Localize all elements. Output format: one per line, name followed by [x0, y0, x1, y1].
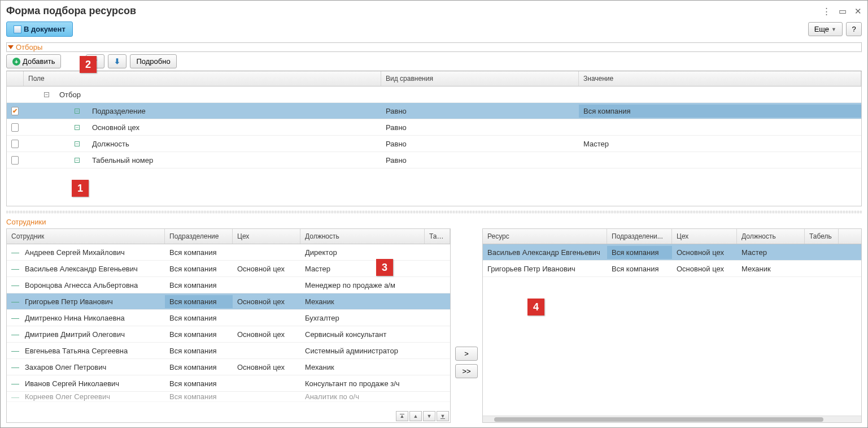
row-bullet-icon: — — [11, 346, 19, 355]
res-col-pos[interactable]: Должность — [737, 229, 805, 244]
employee-tab — [425, 299, 450, 304]
row-bullet-icon: — — [11, 330, 19, 339]
employee-row[interactable]: —Дмитренко Нина НиколаевнаВся компанияБу… — [7, 310, 450, 326]
row-bullet-icon: — — [11, 362, 19, 371]
detail-button[interactable]: Подробно — [130, 54, 176, 68]
emp-col-pos[interactable]: Должность — [300, 229, 425, 244]
close-icon[interactable]: ✕ — [854, 6, 862, 16]
resource-shop: Основной цех — [672, 262, 737, 275]
filter-checkbox[interactable] — [11, 123, 19, 132]
to-document-button[interactable]: В документ — [6, 21, 73, 37]
resources-grid-body: Васильев Александр ЕвгеньевичВся компани… — [483, 244, 861, 422]
employees-column: Сотрудник Подразделение Цех Должность Та… — [6, 228, 451, 423]
filter-toolbar: + Добавить ⬆ ⬇ Подробно — [6, 54, 862, 68]
res-col-name[interactable]: Ресурс — [483, 229, 607, 244]
employee-row[interactable]: —Иванов Сергей НиколаевичВся компанияКон… — [7, 375, 450, 392]
filter-val: Вся компания — [579, 105, 861, 118]
callout-2: 2 — [80, 56, 97, 73]
employee-position: Сервисный консультант — [300, 328, 425, 341]
transfer-buttons: > >> — [455, 228, 478, 423]
collapse-icon — [8, 45, 14, 49]
res-col-tab[interactable]: Табель — [805, 229, 839, 244]
resource-tab — [805, 250, 839, 254]
resource-position: Механик — [737, 262, 805, 275]
add-filter-button[interactable]: + Добавить — [6, 54, 61, 68]
menu-icon[interactable]: ⋮ — [822, 6, 831, 16]
nav-last[interactable]: ▼ — [437, 411, 449, 421]
filter-checkbox[interactable] — [11, 140, 19, 148]
filter-val — [579, 158, 861, 162]
employee-shop — [233, 283, 300, 287]
filter-checkbox[interactable] — [11, 107, 19, 115]
nav-down[interactable]: ▼ — [423, 411, 435, 421]
help-button[interactable]: ? — [846, 22, 862, 36]
filter-row[interactable]: −Табельный номерРавно — [7, 152, 861, 168]
filter-cmp: Равно — [381, 137, 579, 150]
resource-row[interactable]: Васильев Александр ЕвгеньевичВся компани… — [483, 244, 861, 261]
title-bar: Форма подбора ресурсов ⋮ ▭ ✕ — [6, 5, 862, 17]
employee-row[interactable]: —Григорьев Петр ИвановичВся компанияОсно… — [7, 293, 450, 310]
employee-name: Дмитренко Нина Николаевна — [25, 314, 125, 322]
nav-first[interactable]: ▲ — [396, 411, 408, 421]
employee-row[interactable]: —Воронцова Агнесса АльбертовнаВся компан… — [7, 277, 450, 293]
resource-dept: Вся компания — [607, 246, 672, 259]
employee-row[interactable]: —Дмитриев Дмитрий ОлеговичВся компанияОс… — [7, 326, 450, 343]
filter-row[interactable]: −ДолжностьРавноМастер — [7, 136, 861, 152]
resource-row[interactable]: Григорьев Петр ИвановичВся компанияОснов… — [483, 261, 861, 277]
filter-col-field[interactable]: Поле — [24, 71, 381, 86]
nav-up[interactable]: ▲ — [409, 411, 422, 421]
employee-name: Андреев Сергей Михайлович — [25, 248, 125, 257]
res-col-shop[interactable]: Цех — [672, 229, 737, 244]
employee-row[interactable]: —Евгеньева Татьяна СергеевнаВся компания… — [7, 343, 450, 359]
row-bullet-icon: — — [11, 280, 19, 289]
resources-grid: Ресурс Подразделени... Цех Должность Таб… — [482, 228, 862, 423]
res-col-dept[interactable]: Подразделени... — [607, 229, 672, 244]
callout-1: 1 — [72, 180, 89, 197]
employee-dept: Вся компания — [165, 361, 233, 374]
maximize-icon[interactable]: ▭ — [839, 6, 847, 16]
employee-shop: Основной цех — [233, 361, 300, 374]
emp-col-dept[interactable]: Подразделение — [165, 229, 233, 244]
employees-section-title: Сотрудники — [6, 218, 862, 226]
emp-col-tab[interactable]: Таб... — [425, 229, 450, 244]
filter-row[interactable]: −ПодразделениеРавноВся компания — [7, 103, 861, 119]
filters-section-header[interactable]: Отборы — [6, 42, 862, 52]
employee-row[interactable]: —Корнеев Олег СергеевичВся компанияАнали… — [7, 392, 450, 402]
filter-field-label: Основной цех — [92, 123, 139, 132]
filter-val: Мастер — [579, 137, 861, 150]
filter-checkbox[interactable] — [11, 156, 19, 165]
employee-dept: Вся компания — [165, 246, 233, 259]
filter-field-label: Табельный номер — [92, 156, 153, 165]
employee-row[interactable]: —Захаров Олег ПетровичВся компанияОсновн… — [7, 359, 450, 375]
move-down-button[interactable]: ⬇ — [108, 54, 127, 68]
transfer-all-button[interactable]: >> — [455, 364, 478, 378]
employee-dept: Вся компания — [165, 344, 233, 357]
filter-root-row[interactable]: −Отбор — [7, 87, 861, 103]
tree-item-icon: − — [75, 109, 80, 114]
employee-dept: Вся компания — [165, 295, 233, 308]
employee-shop — [233, 348, 300, 353]
employee-tab — [425, 395, 450, 399]
to-document-label: В документ — [24, 25, 66, 33]
horizontal-scrollbar[interactable] — [483, 416, 861, 422]
transfer-one-button[interactable]: > — [455, 347, 478, 361]
resource-tab — [805, 266, 839, 271]
employee-row[interactable]: —Андреев Сергей МихайловичВся компанияДи… — [7, 244, 450, 261]
filter-row[interactable]: −Основной цехРавно — [7, 119, 861, 136]
filter-grid: Поле Вид сравнения Значение −Отбор −Подр… — [6, 71, 862, 206]
resource-name: Васильев Александр Евгеньевич — [483, 246, 607, 259]
filter-col-val[interactable]: Значение — [579, 71, 861, 86]
tree-item-icon: − — [75, 158, 80, 163]
employee-position: Аналитик по о/ч — [300, 392, 425, 402]
filter-col-cmp[interactable]: Вид сравнения — [381, 71, 579, 86]
employee-tab — [425, 365, 450, 369]
row-bullet-icon: — — [11, 313, 19, 322]
more-button[interactable]: Еще ▼ — [808, 22, 843, 36]
add-filter-label: Добавить — [23, 57, 55, 66]
row-bullet-icon: — — [11, 248, 19, 257]
splitter[interactable] — [6, 211, 862, 213]
emp-col-name[interactable]: Сотрудник — [7, 229, 165, 244]
employee-name: Дмитриев Дмитрий Олегович — [25, 330, 125, 339]
emp-col-shop[interactable]: Цех — [233, 229, 300, 244]
tree-collapse-icon[interactable]: − — [44, 92, 49, 97]
